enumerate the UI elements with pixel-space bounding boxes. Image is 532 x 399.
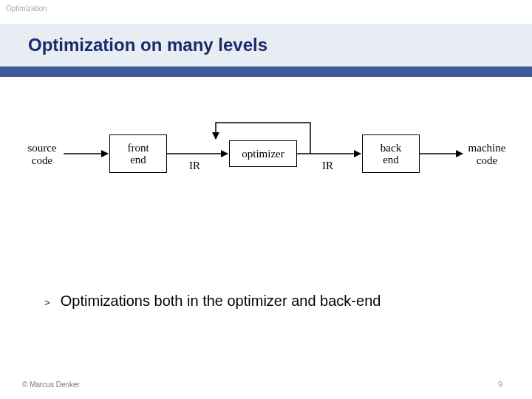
feedback-arrow-icon — [216, 123, 310, 154]
title-band: Optimization on many levels — [0, 24, 532, 66]
section-label: Optimization — [6, 4, 47, 13]
bullet-marker-icon: > — [44, 298, 50, 309]
arrows-svg — [22, 118, 510, 192]
bullet-text: Optimizations both in the optimizer and … — [61, 293, 381, 310]
pipeline-diagram: source code front end IR optimizer IR ba… — [22, 118, 510, 192]
bullet-item: > Optimizations both in the optimizer an… — [44, 293, 381, 310]
copyright-label: © Marcus Denker — [22, 381, 80, 389]
page-number: 9 — [498, 380, 502, 389]
slide-title: Optimization on many levels — [28, 35, 267, 55]
accent-bar — [0, 66, 532, 77]
